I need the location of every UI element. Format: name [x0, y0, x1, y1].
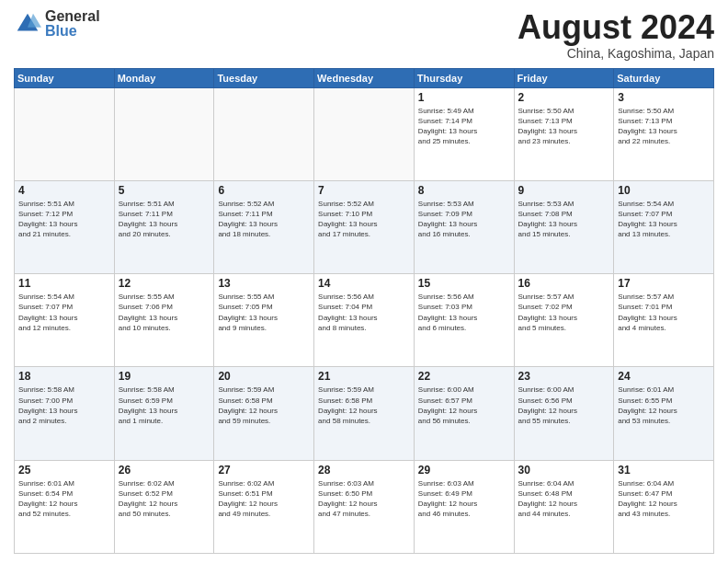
day-info: Sunrise: 5:59 AM Sunset: 6:58 PM Dayligh… [218, 385, 310, 426]
day-info: Sunrise: 6:00 AM Sunset: 6:56 PM Dayligh… [518, 385, 610, 426]
day-info: Sunrise: 5:52 AM Sunset: 7:11 PM Dayligh… [218, 199, 310, 240]
day-number: 20 [218, 370, 310, 383]
day-number: 28 [318, 464, 410, 477]
day-number: 16 [518, 277, 610, 290]
page: General Blue August 2024 China, Kagoshim… [0, 0, 728, 563]
table-row: 7Sunrise: 5:52 AM Sunset: 7:10 PM Daylig… [314, 180, 415, 273]
logo-general-text: General [45, 9, 100, 24]
day-number: 22 [418, 370, 510, 383]
day-number: 4 [18, 184, 110, 197]
day-info: Sunrise: 6:03 AM Sunset: 6:50 PM Dayligh… [318, 478, 410, 520]
table-row: 1Sunrise: 5:49 AM Sunset: 7:14 PM Daylig… [414, 87, 514, 180]
table-row: 30Sunrise: 6:04 AM Sunset: 6:48 PM Dayli… [514, 460, 614, 553]
day-info: Sunrise: 6:04 AM Sunset: 6:47 PM Dayligh… [618, 478, 710, 520]
day-number: 8 [418, 184, 510, 197]
day-number: 14 [318, 277, 410, 290]
day-number: 17 [618, 277, 710, 290]
day-number: 15 [418, 277, 510, 290]
day-info: Sunrise: 5:56 AM Sunset: 7:04 PM Dayligh… [318, 292, 410, 333]
calendar-week-row: 25Sunrise: 6:01 AM Sunset: 6:54 PM Dayli… [15, 460, 714, 553]
day-info: Sunrise: 5:51 AM Sunset: 7:11 PM Dayligh… [119, 199, 210, 240]
day-info: Sunrise: 5:50 AM Sunset: 7:13 PM Dayligh… [518, 106, 610, 147]
table-row: 18Sunrise: 5:58 AM Sunset: 7:00 PM Dayli… [15, 367, 115, 460]
table-row: 28Sunrise: 6:03 AM Sunset: 6:50 PM Dayli… [314, 460, 415, 553]
day-info: Sunrise: 5:55 AM Sunset: 7:05 PM Dayligh… [218, 292, 310, 333]
day-info: Sunrise: 6:02 AM Sunset: 6:52 PM Dayligh… [119, 478, 210, 520]
table-row: 6Sunrise: 5:52 AM Sunset: 7:11 PM Daylig… [214, 180, 314, 273]
month-title: August 2024 [518, 9, 714, 46]
table-row: 16Sunrise: 5:57 AM Sunset: 7:02 PM Dayli… [514, 274, 614, 367]
table-row: 26Sunrise: 6:02 AM Sunset: 6:52 PM Dayli… [114, 460, 214, 553]
day-info: Sunrise: 5:58 AM Sunset: 6:59 PM Dayligh… [119, 385, 210, 426]
calendar-week-row: 11Sunrise: 5:54 AM Sunset: 7:07 PM Dayli… [15, 274, 714, 367]
day-info: Sunrise: 5:55 AM Sunset: 7:06 PM Dayligh… [119, 292, 210, 333]
header: General Blue August 2024 China, Kagoshim… [14, 9, 714, 61]
calendar-week-row: 18Sunrise: 5:58 AM Sunset: 7:00 PM Dayli… [15, 367, 714, 460]
location-subtitle: China, Kagoshima, Japan [518, 46, 714, 61]
table-row: 13Sunrise: 5:55 AM Sunset: 7:05 PM Dayli… [214, 274, 314, 367]
day-number: 23 [518, 370, 610, 383]
day-info: Sunrise: 5:56 AM Sunset: 7:03 PM Dayligh… [418, 292, 510, 333]
col-sunday: Sunday [15, 68, 115, 87]
day-info: Sunrise: 5:59 AM Sunset: 6:58 PM Dayligh… [318, 385, 410, 426]
table-row: 14Sunrise: 5:56 AM Sunset: 7:04 PM Dayli… [314, 274, 415, 367]
col-friday: Friday [514, 68, 614, 87]
day-number: 2 [518, 91, 610, 104]
day-number: 24 [618, 370, 710, 383]
table-row: 24Sunrise: 6:01 AM Sunset: 6:55 PM Dayli… [614, 367, 714, 460]
table-row: 20Sunrise: 5:59 AM Sunset: 6:58 PM Dayli… [214, 367, 314, 460]
table-row: 31Sunrise: 6:04 AM Sunset: 6:47 PM Dayli… [614, 460, 714, 553]
table-row: 29Sunrise: 6:03 AM Sunset: 6:49 PM Dayli… [414, 460, 514, 553]
day-number: 7 [318, 184, 410, 197]
day-number: 12 [119, 277, 210, 290]
day-info: Sunrise: 5:50 AM Sunset: 7:13 PM Dayligh… [618, 106, 710, 147]
day-info: Sunrise: 5:54 AM Sunset: 7:07 PM Dayligh… [618, 199, 710, 240]
col-tuesday: Tuesday [214, 68, 314, 87]
table-row: 9Sunrise: 5:53 AM Sunset: 7:08 PM Daylig… [514, 180, 614, 273]
table-row: 19Sunrise: 5:58 AM Sunset: 6:59 PM Dayli… [114, 367, 214, 460]
col-wednesday: Wednesday [314, 68, 415, 87]
day-number: 13 [218, 277, 310, 290]
day-info: Sunrise: 5:57 AM Sunset: 7:01 PM Dayligh… [618, 292, 710, 333]
table-row: 8Sunrise: 5:53 AM Sunset: 7:09 PM Daylig… [414, 180, 514, 273]
day-number: 26 [119, 464, 210, 477]
table-row: 2Sunrise: 5:50 AM Sunset: 7:13 PM Daylig… [514, 87, 614, 180]
day-number: 9 [518, 184, 610, 197]
day-info: Sunrise: 6:03 AM Sunset: 6:49 PM Dayligh… [418, 478, 510, 520]
day-number: 18 [18, 370, 110, 383]
day-info: Sunrise: 5:53 AM Sunset: 7:08 PM Dayligh… [518, 199, 610, 240]
table-row: 15Sunrise: 5:56 AM Sunset: 7:03 PM Dayli… [414, 274, 514, 367]
day-number: 25 [18, 464, 110, 477]
day-number: 1 [418, 91, 510, 104]
day-info: Sunrise: 5:57 AM Sunset: 7:02 PM Dayligh… [518, 292, 610, 333]
day-number: 31 [618, 464, 710, 477]
logo-text: General Blue [45, 9, 100, 39]
table-row [114, 87, 214, 180]
day-number: 27 [218, 464, 310, 477]
calendar-week-row: 1Sunrise: 5:49 AM Sunset: 7:14 PM Daylig… [15, 87, 714, 180]
table-row: 3Sunrise: 5:50 AM Sunset: 7:13 PM Daylig… [614, 87, 714, 180]
day-info: Sunrise: 5:58 AM Sunset: 7:00 PM Dayligh… [18, 385, 110, 426]
table-row: 21Sunrise: 5:59 AM Sunset: 6:58 PM Dayli… [314, 367, 415, 460]
day-info: Sunrise: 5:51 AM Sunset: 7:12 PM Dayligh… [18, 199, 110, 240]
day-number: 10 [618, 184, 710, 197]
logo-blue-text: Blue [45, 24, 100, 39]
logo: General Blue [14, 9, 100, 39]
day-info: Sunrise: 6:01 AM Sunset: 6:55 PM Dayligh… [618, 385, 710, 426]
col-monday: Monday [114, 68, 214, 87]
table-row: 22Sunrise: 6:00 AM Sunset: 6:57 PM Dayli… [414, 367, 514, 460]
day-info: Sunrise: 6:04 AM Sunset: 6:48 PM Dayligh… [518, 478, 610, 520]
table-row [214, 87, 314, 180]
table-row [314, 87, 415, 180]
table-row: 12Sunrise: 5:55 AM Sunset: 7:06 PM Dayli… [114, 274, 214, 367]
day-info: Sunrise: 6:01 AM Sunset: 6:54 PM Dayligh… [18, 478, 110, 520]
col-saturday: Saturday [614, 68, 714, 87]
day-number: 21 [318, 370, 410, 383]
table-row: 23Sunrise: 6:00 AM Sunset: 6:56 PM Dayli… [514, 367, 614, 460]
table-row: 27Sunrise: 6:02 AM Sunset: 6:51 PM Dayli… [214, 460, 314, 553]
title-area: August 2024 China, Kagoshima, Japan [518, 9, 714, 61]
day-info: Sunrise: 5:52 AM Sunset: 7:10 PM Dayligh… [318, 199, 410, 240]
table-row: 25Sunrise: 6:01 AM Sunset: 6:54 PM Dayli… [15, 460, 115, 553]
table-row: 5Sunrise: 5:51 AM Sunset: 7:11 PM Daylig… [114, 180, 214, 273]
day-number: 6 [218, 184, 310, 197]
